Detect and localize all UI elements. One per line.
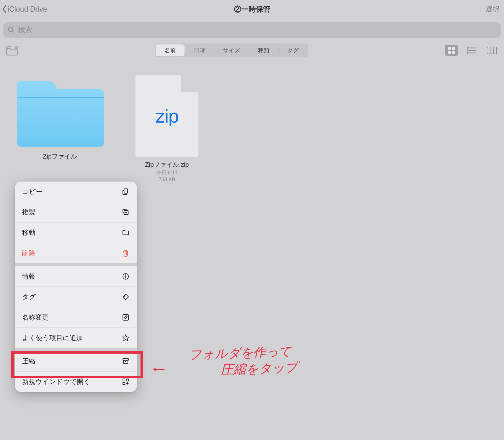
search-input[interactable] xyxy=(18,26,496,34)
search-icon xyxy=(8,26,15,34)
menu-tag[interactable]: タグ xyxy=(15,287,137,307)
view-grid-button[interactable] xyxy=(445,45,458,56)
folder-icon xyxy=(11,75,109,149)
svg-point-9 xyxy=(467,50,468,51)
menu-info[interactable]: 情報 xyxy=(15,266,137,287)
view-columns-button[interactable] xyxy=(485,45,498,56)
menu-copy-label: コピー xyxy=(22,187,43,196)
svg-rect-30 xyxy=(123,379,125,381)
svg-point-7 xyxy=(467,48,468,49)
zip-badge: zip xyxy=(155,105,179,127)
menu-compress[interactable]: 圧縮 xyxy=(15,351,137,372)
sort-size[interactable]: サイズ xyxy=(214,44,249,56)
trash-icon xyxy=(122,249,130,257)
menu-compress-label: 圧縮 xyxy=(22,357,35,366)
context-menu: コピー 複製 移動 削除 情報 タグ 名称変更 よく使う項目 xyxy=(15,182,137,392)
duplicate-icon xyxy=(122,208,130,216)
chevron-left-icon xyxy=(2,5,7,14)
svg-rect-16 xyxy=(124,189,128,193)
rename-icon xyxy=(122,313,130,321)
menu-move[interactable]: 移動 xyxy=(15,223,137,243)
menu-new-window-label: 新規ウインドウで開く xyxy=(22,377,90,386)
svg-rect-26 xyxy=(123,315,129,320)
sort-name[interactable]: 名前 xyxy=(156,44,185,56)
info-icon xyxy=(122,272,130,281)
grid-icon xyxy=(447,46,455,55)
svg-marker-27 xyxy=(123,335,129,341)
sort-tag[interactable]: タグ xyxy=(278,44,307,56)
zip-file-item[interactable]: zip Zipファイル.zip 今日 6:11 733 KB xyxy=(132,75,202,182)
select-button[interactable]: 選択 xyxy=(486,4,500,14)
svg-rect-31 xyxy=(126,379,129,381)
menu-delete[interactable]: 削除 xyxy=(15,243,137,263)
menu-rename-label: 名称変更 xyxy=(22,313,49,322)
svg-rect-5 xyxy=(448,51,451,54)
list-icon xyxy=(467,46,476,55)
svg-rect-28 xyxy=(123,359,129,360)
folder-item[interactable]: Zipファイル xyxy=(9,75,110,161)
menu-delete-label: 削除 xyxy=(22,249,35,258)
svg-point-25 xyxy=(124,296,125,297)
folder-name: Zipファイル xyxy=(43,152,77,161)
annotation-text: フォルダを作って 圧縮をタップ xyxy=(151,343,298,381)
archive-icon xyxy=(122,357,130,365)
svg-rect-6 xyxy=(452,51,455,54)
page-title: ②一時保管 xyxy=(234,4,270,14)
menu-copy[interactable]: コピー xyxy=(15,182,137,202)
menu-tag-label: タグ xyxy=(22,292,36,301)
menu-info-label: 情報 xyxy=(22,272,35,281)
svg-rect-13 xyxy=(487,47,496,54)
svg-point-24 xyxy=(125,275,126,275)
view-list-button[interactable] xyxy=(465,45,478,56)
menu-move-label: 移動 xyxy=(22,228,35,237)
tag-icon xyxy=(122,293,130,301)
annotation-arrow: ← xyxy=(149,360,169,377)
zip-file-date: 今日 6:11 xyxy=(156,170,178,176)
search-bar[interactable] xyxy=(3,22,501,38)
back-label: iCloud Drive xyxy=(8,5,47,14)
menu-favorite-label: よく使う項目に追加 xyxy=(22,333,83,342)
back-button[interactable]: iCloud Drive xyxy=(2,5,47,14)
menu-rename[interactable]: 名称変更 xyxy=(15,307,137,328)
zip-document-icon: zip xyxy=(135,75,198,157)
svg-rect-3 xyxy=(448,47,451,50)
menu-new-window[interactable]: 新規ウインドウで開く xyxy=(15,372,137,392)
sort-kind[interactable]: 種類 xyxy=(249,44,278,56)
sort-segmented-control: 名前 日時 サイズ 種類 タグ xyxy=(155,43,308,57)
menu-duplicate[interactable]: 複製 xyxy=(15,202,137,223)
svg-rect-4 xyxy=(452,47,455,50)
new-folder-button[interactable] xyxy=(6,45,18,56)
zip-file-name: Zipファイル.zip xyxy=(145,160,189,169)
svg-line-1 xyxy=(12,31,14,32)
svg-point-11 xyxy=(467,53,468,54)
grid-plus-icon xyxy=(122,378,130,386)
folder-icon xyxy=(122,229,130,237)
menu-duplicate-label: 複製 xyxy=(22,208,35,217)
zip-file-size: 733 KB xyxy=(159,177,175,182)
svg-point-0 xyxy=(9,27,13,32)
columns-icon xyxy=(487,46,497,55)
star-icon xyxy=(122,334,130,342)
sort-date[interactable]: 日時 xyxy=(185,44,214,56)
menu-favorite[interactable]: よく使う項目に追加 xyxy=(15,328,137,348)
svg-rect-32 xyxy=(123,382,125,385)
copy-icon xyxy=(122,188,130,196)
